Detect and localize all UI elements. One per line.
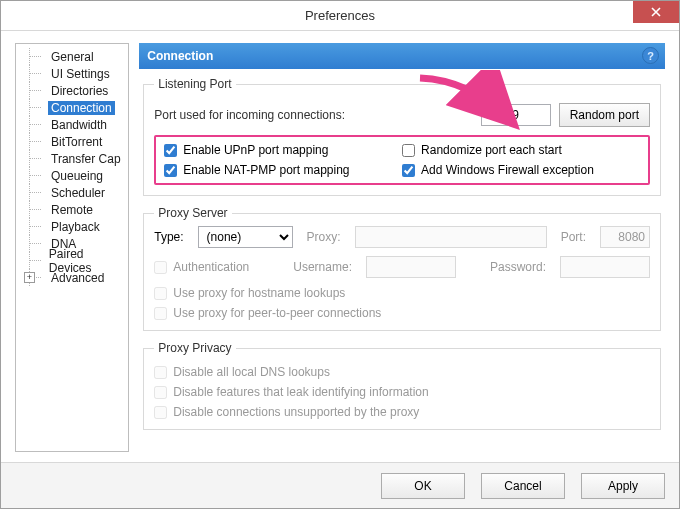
preferences-dialog: Preferences GeneralUI SettingsDirectorie… (0, 0, 680, 509)
expand-icon[interactable]: + (24, 272, 35, 283)
window-title: Preferences (1, 8, 679, 23)
close-button[interactable] (633, 1, 679, 23)
tree-item-label: Advanced (48, 271, 107, 285)
tree-item-ui-settings[interactable]: UI Settings (18, 65, 126, 82)
proxy-host-label: Proxy: (307, 230, 341, 244)
proxy-type-label: Type: (154, 230, 183, 244)
port-input[interactable] (481, 104, 551, 126)
tree-item-general[interactable]: General (18, 48, 126, 65)
proxy-server-legend: Proxy Server (154, 206, 231, 220)
tree-item-label: UI Settings (48, 67, 113, 81)
port-label: Port used for incoming connections: (154, 108, 345, 122)
tree-item-playback[interactable]: Playback (18, 218, 126, 235)
help-icon[interactable]: ? (642, 47, 659, 64)
proxy-port-input (600, 226, 650, 248)
proxy-host-input (355, 226, 547, 248)
password-label: Password: (490, 260, 546, 274)
pane-header: Connection ? (139, 43, 665, 69)
tree-item-label: Playback (48, 220, 103, 234)
listening-port-legend: Listening Port (154, 77, 235, 91)
ok-button[interactable]: OK (381, 473, 465, 499)
randomize-checkbox[interactable]: Randomize port each start (402, 143, 640, 157)
disable-dns-checkbox: Disable all local DNS lookups (154, 365, 650, 379)
category-tree[interactable]: GeneralUI SettingsDirectoriesConnectionB… (15, 43, 129, 452)
upnp-checkbox[interactable]: Enable UPnP port mapping (164, 143, 402, 157)
disable-unsupported-checkbox: Disable connections unsupported by the p… (154, 405, 650, 419)
tree-item-label: Directories (48, 84, 111, 98)
proxy-port-label: Port: (561, 230, 586, 244)
dialog-footer: OK Cancel Apply (1, 462, 679, 508)
tree-item-label: Bandwidth (48, 118, 110, 132)
username-input (366, 256, 456, 278)
settings-pane: Connection ? Listening Port Port used fo… (139, 43, 665, 452)
close-icon (651, 7, 661, 17)
authentication-checkbox: Authentication (154, 260, 249, 274)
proxy-privacy-legend: Proxy Privacy (154, 341, 235, 355)
username-label: Username: (293, 260, 352, 274)
pane-content: Listening Port Port used for incoming co… (139, 69, 665, 452)
tree-item-connection[interactable]: Connection (18, 99, 126, 116)
proxy-auth-row: Authentication Username: Password: (154, 256, 650, 278)
tree-item-label: Transfer Cap (48, 152, 124, 166)
cancel-button[interactable]: Cancel (481, 473, 565, 499)
random-port-button[interactable]: Random port (559, 103, 650, 127)
natpmp-checkbox[interactable]: Enable NAT-PMP port mapping (164, 163, 402, 177)
tree-item-queueing[interactable]: Queueing (18, 167, 126, 184)
tree-item-directories[interactable]: Directories (18, 82, 126, 99)
tree-item-label: Scheduler (48, 186, 108, 200)
tree-item-label: Connection (48, 101, 115, 115)
tree-item-transfer-cap[interactable]: Transfer Cap (18, 150, 126, 167)
port-row: Port used for incoming connections: Rand… (154, 103, 650, 127)
listening-port-group: Listening Port Port used for incoming co… (143, 77, 661, 196)
disable-leak-checkbox: Disable features that leak identifying i… (154, 385, 650, 399)
pane-title: Connection (147, 49, 213, 63)
tree-item-label: BitTorrent (48, 135, 105, 149)
tree-item-scheduler[interactable]: Scheduler (18, 184, 126, 201)
titlebar: Preferences (1, 1, 679, 31)
highlight-annotation: Enable UPnP port mapping Randomize port … (154, 135, 650, 185)
proxy-hostname-checkbox: Use proxy for hostname lookups (154, 286, 650, 300)
proxy-server-group: Proxy Server Type: (none) Proxy: Port: A… (143, 206, 661, 331)
tree-item-label: General (48, 50, 97, 64)
tree-item-bandwidth[interactable]: Bandwidth (18, 116, 126, 133)
proxy-type-row: Type: (none) Proxy: Port: (154, 226, 650, 248)
password-input (560, 256, 650, 278)
proxy-p2p-checkbox: Use proxy for peer-to-peer connections (154, 306, 650, 320)
tree-item-bittorrent[interactable]: BitTorrent (18, 133, 126, 150)
proxy-privacy-group: Proxy Privacy Disable all local DNS look… (143, 341, 661, 430)
tree-item-label: Remote (48, 203, 96, 217)
dialog-body: GeneralUI SettingsDirectoriesConnectionB… (1, 31, 679, 462)
firewall-checkbox[interactable]: Add Windows Firewall exception (402, 163, 640, 177)
tree-item-paired-devices[interactable]: Paired Devices (18, 252, 126, 269)
apply-button[interactable]: Apply (581, 473, 665, 499)
tree-item-label: Queueing (48, 169, 106, 183)
proxy-type-select[interactable]: (none) (198, 226, 293, 248)
tree-item-remote[interactable]: Remote (18, 201, 126, 218)
